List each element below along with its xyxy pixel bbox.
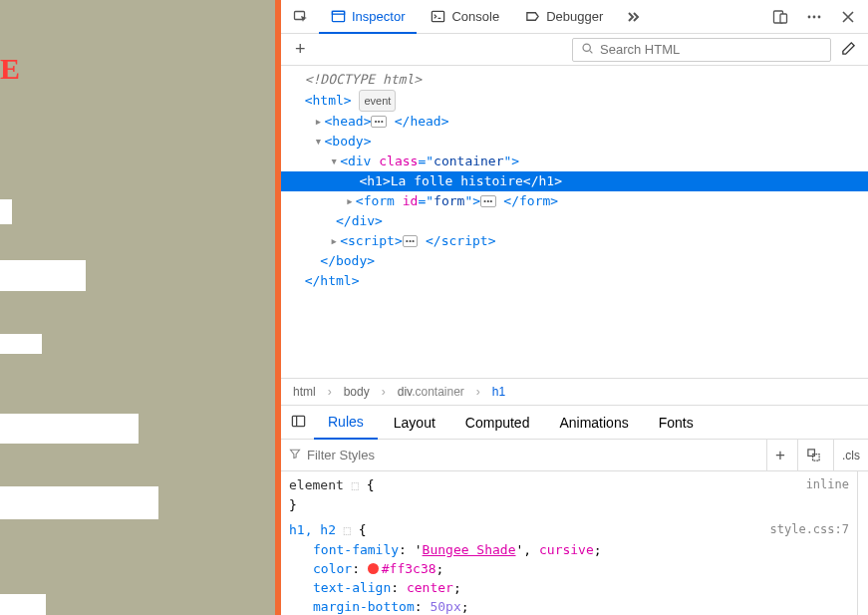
collapse-icon[interactable]: ▾ (312, 132, 324, 152)
filter-styles-row: + .cls (281, 440, 868, 471)
collapse-icon[interactable]: ▾ (328, 152, 340, 171)
inspector-sub-toolbar: + (281, 34, 868, 66)
devtools-panel: Inspector Console Debugger + (281, 0, 868, 615)
svg-point-8 (818, 15, 821, 18)
dom-node[interactable]: ▾<div class="container"> (281, 152, 868, 171)
rule-source[interactable]: inline (806, 475, 849, 495)
rule-brace: } (289, 495, 849, 514)
svg-point-6 (808, 15, 811, 18)
toggle-sidebar-button[interactable] (285, 410, 312, 436)
tab-label: Console (451, 9, 499, 24)
more-tabs-button[interactable] (617, 3, 649, 31)
crumb-body[interactable]: body (344, 385, 370, 399)
expand-icon[interactable]: ▸ (344, 191, 356, 211)
css-tab-computed[interactable]: Computed (451, 406, 544, 440)
filter-styles-field[interactable] (281, 448, 762, 462)
edit-html-button[interactable] (835, 37, 862, 63)
css-rules-container: Rules Layout Computed Animations Fonts +… (281, 406, 868, 615)
rule-header[interactable]: element ⬚ { inline (289, 475, 849, 495)
svg-rect-12 (808, 450, 815, 457)
rules-panel[interactable]: element ⬚ { inline } h1, h2 ⬚ { style.cs… (281, 471, 858, 615)
dom-node[interactable]: <!DOCTYPE html> (281, 70, 868, 90)
css-tab-fonts[interactable]: Fonts (645, 406, 708, 440)
filter-icon (289, 448, 301, 462)
devtools-menu-button[interactable] (798, 3, 830, 31)
css-declaration[interactable]: color: #ff3c38; (289, 559, 849, 578)
crumb-div[interactable]: div.container (398, 385, 464, 399)
devtools-toolbar: Inspector Console Debugger (281, 0, 868, 34)
dom-node-selected[interactable]: <h1>La folle histoire</h1> (281, 171, 868, 191)
tab-debugger[interactable]: Debugger (513, 0, 615, 34)
page-input-fragment (0, 199, 12, 224)
svg-rect-3 (433, 11, 444, 21)
svg-rect-5 (780, 14, 787, 23)
page-input-fragment (0, 486, 158, 519)
rule-header[interactable]: h1, h2 ⬚ { style.css:7 (289, 520, 849, 540)
css-declaration[interactable]: font-family: 'Bungee Shade', cursive; (289, 540, 849, 559)
pseudo-classes-button[interactable] (797, 440, 829, 471)
tab-label: Debugger (546, 9, 603, 24)
breadcrumb: html › body › div.container › h1 (281, 378, 868, 406)
rule-source[interactable]: style.css:7 (770, 520, 849, 540)
tab-inspector[interactable]: Inspector (319, 0, 417, 34)
tab-label: Inspector (352, 9, 405, 24)
page-background: E (0, 0, 275, 615)
svg-point-7 (813, 15, 816, 18)
search-html-input[interactable] (600, 42, 822, 57)
tab-console[interactable]: Console (419, 0, 511, 34)
crumb-h1[interactable]: h1 (492, 385, 505, 399)
css-declaration[interactable]: margin-bottom: 50px; (289, 597, 849, 615)
svg-rect-1 (332, 11, 344, 21)
svg-rect-10 (292, 416, 304, 426)
dom-tree[interactable]: <!DOCTYPE html> <html> event ▸<head>••• … (281, 66, 868, 378)
expand-icon[interactable]: ▸ (328, 231, 340, 251)
css-tab-rules[interactable]: Rules (314, 406, 378, 440)
search-icon (581, 42, 594, 58)
ellipsis-icon[interactable]: ••• (480, 195, 495, 207)
page-input-fragment (0, 414, 139, 444)
expand-icon[interactable]: ▸ (312, 112, 324, 132)
inspect-icon: ⬚ (344, 523, 351, 537)
color-swatch-icon[interactable] (368, 563, 379, 574)
svg-point-9 (583, 44, 590, 51)
css-tab-animations[interactable]: Animations (545, 406, 642, 440)
cls-toggle-button[interactable]: .cls (833, 440, 868, 471)
crumb-html[interactable]: html (293, 385, 316, 399)
dom-node[interactable]: ▸<form id="form">••• </form> (281, 191, 868, 211)
pick-element-button[interactable] (285, 3, 317, 31)
css-tabs-row: Rules Layout Computed Animations Fonts (281, 406, 868, 440)
ellipsis-icon[interactable]: ••• (403, 235, 418, 247)
dom-node[interactable]: </html> (281, 271, 868, 291)
dom-node[interactable]: ▸<head>••• </head> (281, 112, 868, 132)
chevron-right-icon: › (476, 385, 480, 399)
css-declaration[interactable]: text-align: center; (289, 578, 849, 597)
dom-node[interactable]: </div> (281, 211, 868, 231)
svg-rect-2 (332, 11, 344, 14)
dom-node[interactable]: ▸<script>••• </script> (281, 231, 868, 251)
svg-rect-13 (813, 455, 820, 461)
dom-node[interactable]: ▾<body> (281, 132, 868, 152)
page-input-fragment (0, 594, 46, 615)
search-html-field[interactable] (572, 38, 831, 62)
inspect-icon: ⬚ (352, 478, 359, 492)
close-devtools-button[interactable] (832, 3, 864, 31)
page-input-fragment (0, 260, 86, 291)
responsive-mode-button[interactable] (764, 3, 796, 31)
page-input-fragment (0, 334, 42, 354)
add-node-button[interactable]: + (287, 35, 314, 64)
add-rule-button[interactable]: + (766, 440, 793, 471)
ellipsis-icon[interactable]: ••• (371, 116, 386, 128)
filter-styles-input[interactable] (307, 448, 754, 462)
dom-node[interactable]: </body> (281, 251, 868, 271)
css-tab-layout[interactable]: Layout (380, 406, 449, 440)
page-heading-fragment: E (0, 52, 20, 86)
chevron-right-icon: › (382, 385, 386, 399)
chevron-right-icon: › (328, 385, 332, 399)
event-badge[interactable]: event (359, 90, 396, 112)
dom-node[interactable]: <html> event (281, 90, 868, 112)
